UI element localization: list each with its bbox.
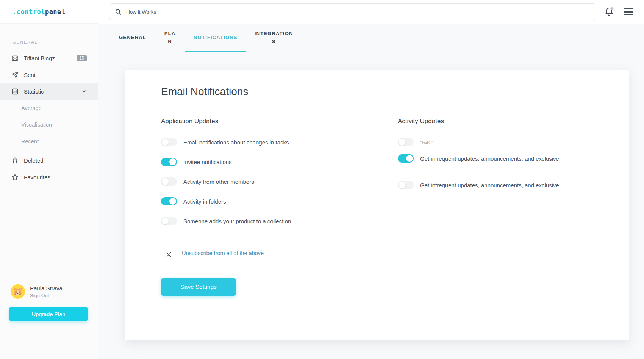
notifications-bell-icon[interactable] bbox=[605, 7, 614, 16]
menu-icon[interactable] bbox=[624, 8, 633, 16]
app-logo: .controlpanel bbox=[0, 0, 98, 24]
tab-notifications[interactable]: NOTIFICATIONS bbox=[185, 24, 246, 52]
toggle-infrequent-updates-2[interactable] bbox=[398, 181, 414, 189]
sidebar-item-statistic[interactable]: Statistic bbox=[0, 83, 98, 100]
app-window: .controlpanel GENERAL Tiffani Blogz 15 S… bbox=[0, 0, 644, 359]
trash-icon bbox=[11, 157, 19, 164]
sidebar-item-label: Sent bbox=[24, 72, 36, 78]
user-name: Paula Strava bbox=[30, 285, 63, 292]
section-heading: Activity Updates bbox=[398, 118, 629, 125]
sidebar-item-label: Deleted bbox=[24, 157, 44, 164]
sidebar: .controlpanel GENERAL Tiffani Blogz 15 S… bbox=[0, 0, 98, 359]
toggle-folder-activity[interactable] bbox=[161, 197, 177, 205]
toggle-collection-add[interactable] bbox=[161, 217, 177, 225]
toggle-label: Activity from other members bbox=[183, 179, 254, 185]
sidebar-item-label: Tiffani Blogz bbox=[24, 55, 55, 61]
section-heading: Application Updates bbox=[161, 118, 367, 125]
toggle-label: Someone adds your product to a collectio… bbox=[183, 218, 291, 224]
chevron-down-icon bbox=[81, 89, 87, 94]
search-box[interactable] bbox=[109, 3, 596, 20]
avatar[interactable]: 🐹 bbox=[11, 284, 25, 299]
close-icon[interactable] bbox=[166, 251, 172, 258]
toggle-label: Email notifications about changes in tas… bbox=[183, 139, 289, 146]
toggle-label: Get infrequent updates, announcements, a… bbox=[420, 182, 559, 188]
notification-dot bbox=[610, 7, 614, 10]
toggle-row: Invitee notifications bbox=[161, 158, 367, 166]
sidebar-item-label: Favourites bbox=[24, 174, 50, 180]
bar-chart-icon bbox=[11, 88, 19, 95]
mail-icon bbox=[11, 55, 19, 62]
star-icon bbox=[11, 174, 19, 181]
user-profile: 🐹 Paula Strava Sign Out bbox=[0, 284, 98, 299]
sidebar-item-label: Statistic bbox=[24, 88, 44, 95]
sidebar-footer: 🐹 Paula Strava Sign Out Upgrade Plan bbox=[0, 284, 98, 321]
tab-plan[interactable]: PLAN bbox=[155, 24, 185, 52]
unsubscribe-row: Unsubscribe from all of the above bbox=[161, 250, 629, 259]
toggle-task-changes[interactable] bbox=[161, 138, 177, 146]
sidebar-subitem-average[interactable]: Average bbox=[0, 100, 98, 116]
tab-general[interactable]: GENERAL bbox=[111, 24, 155, 52]
search-input[interactable] bbox=[126, 9, 591, 15]
toggle-label: Activity in folders bbox=[183, 198, 226, 205]
sidebar-item-inbox[interactable]: Tiffani Blogz 15 bbox=[0, 50, 98, 66]
unsubscribe-link[interactable]: Unsubscribe from all of the above bbox=[182, 250, 264, 259]
toggle-invitee-notifications[interactable] bbox=[161, 158, 177, 166]
activity-updates-section: Activity Updates "640" Get infrequent up… bbox=[367, 118, 629, 237]
toggle-member-activity[interactable] bbox=[161, 177, 177, 186]
page-title: Email Notifications bbox=[161, 86, 629, 98]
toggle-row: Activity in folders bbox=[161, 197, 367, 205]
inbox-count-badge: 15 bbox=[77, 55, 87, 61]
toggle-infrequent-updates-1[interactable] bbox=[398, 154, 414, 163]
toggle-row: Get infrequent updates, announcements, a… bbox=[398, 154, 629, 163]
tab-bar: GENERAL PLAN NOTIFICATIONS INTEGRATIONS bbox=[98, 24, 644, 52]
application-updates-section: Application Updates Email notifications … bbox=[161, 118, 367, 237]
sidebar-subitem-recent[interactable]: Recent bbox=[0, 133, 98, 150]
toggle-label: "640" bbox=[420, 139, 434, 146]
toggle-row: Someone adds your product to a collectio… bbox=[161, 217, 367, 225]
toggle-row: Get infrequent updates, announcements, a… bbox=[398, 181, 629, 189]
toggle-640[interactable] bbox=[398, 138, 414, 146]
sign-out-link[interactable]: Sign Out bbox=[30, 293, 63, 298]
toggle-label: Invitee notifications bbox=[183, 159, 232, 165]
toggle-row: "640" bbox=[398, 138, 629, 146]
main-area: GENERAL PLAN NOTIFICATIONS INTEGRATIONS … bbox=[98, 0, 644, 359]
sidebar-item-favourites[interactable]: Favourites bbox=[0, 169, 98, 185]
sidebar-subitem-visualisation[interactable]: Visualisation bbox=[0, 116, 98, 133]
logo-suffix: panel bbox=[45, 8, 66, 16]
save-settings-button[interactable]: Save Settings bbox=[161, 278, 236, 296]
notifications-card: Email Notifications Application Updates … bbox=[125, 70, 629, 340]
send-icon bbox=[11, 71, 19, 78]
toggle-row: Email notifications about changes in tas… bbox=[161, 138, 367, 146]
content-area: Email Notifications Application Updates … bbox=[98, 52, 644, 359]
topbar bbox=[98, 0, 644, 24]
upgrade-plan-button[interactable]: Upgrade Plan bbox=[9, 307, 88, 321]
sidebar-item-deleted[interactable]: Deleted bbox=[0, 152, 98, 169]
sidebar-section-label: GENERAL bbox=[0, 24, 98, 44]
toggle-row: Activity from other members bbox=[161, 177, 367, 186]
logo-prefix: .control bbox=[13, 8, 45, 16]
tab-integrations[interactable]: INTEGRATIONS bbox=[246, 24, 302, 52]
toggle-label: Get infrequent updates, announcements, a… bbox=[420, 155, 559, 162]
search-icon bbox=[115, 8, 122, 15]
sidebar-item-sent[interactable]: Sent bbox=[0, 66, 98, 83]
